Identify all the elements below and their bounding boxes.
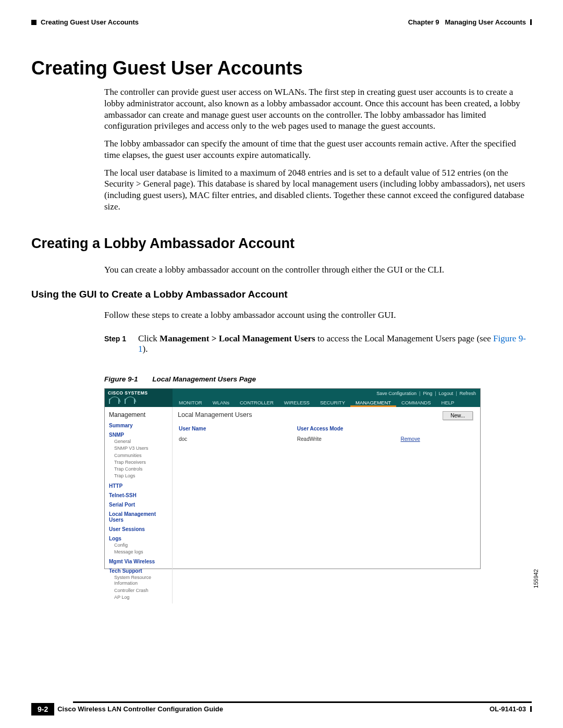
menu-wireless[interactable]: WIRELESS: [279, 398, 315, 407]
page-footer: 9-2 Cisco Wireless LAN Controller Config…: [31, 701, 532, 715]
sidebar-sub-trap-receivers[interactable]: Trap Receivers: [114, 460, 169, 465]
sidebar-sub-aplog[interactable]: AP Log: [114, 595, 169, 600]
sidebar-sub-crash[interactable]: Controller Crash: [114, 588, 169, 594]
gui-intro-paragraph: Follow these steps to create a lobby amb…: [104, 310, 532, 321]
bridge-icon: [108, 397, 120, 404]
th-access-mode: User Access Mode: [297, 424, 400, 434]
top-link-refresh[interactable]: Refresh: [459, 391, 476, 396]
sidebar-item-summary[interactable]: Summary: [109, 423, 169, 428]
header-chapter: Chapter 9: [408, 18, 439, 26]
bridge-icon: [124, 397, 136, 404]
page-number: 9-2: [31, 703, 54, 715]
step-1-body: Click Management > Local Management User…: [138, 334, 532, 354]
menu-commands[interactable]: COMMANDS: [396, 398, 436, 407]
figure-ref-id: 155942: [533, 569, 539, 588]
sidebar-sub-config[interactable]: Config: [114, 542, 169, 548]
sidebar-item-mgmt-wireless[interactable]: Mgmt Via Wireless: [109, 559, 169, 564]
sidebar-item-user-sessions[interactable]: User Sessions: [109, 526, 169, 532]
intro-paragraph-3: The local user database is limited to a …: [104, 167, 532, 213]
sidebar-sub-snmpv3[interactable]: SNMP V3 Users: [114, 446, 169, 451]
menu-wlans[interactable]: WLANs: [207, 398, 235, 407]
top-link-ping[interactable]: Ping: [423, 391, 432, 396]
running-header: Creating Guest User Accounts Chapter 9 M…: [31, 18, 532, 26]
sidebar-item-logs[interactable]: Logs: [109, 536, 169, 541]
th-action: [400, 424, 474, 434]
intro-paragraph-1: The controller can provide guest user ac…: [104, 87, 532, 132]
figure-caption: Figure 9-1 Local Management Users Page: [104, 375, 532, 383]
menu-management[interactable]: MANAGEMENT: [350, 398, 396, 407]
screenshot-local-mgmt-users: CISCO SYSTEMS Save Configuration | Ping …: [104, 388, 481, 569]
intro-paragraph-2: The lobby ambassador can specify the amo…: [104, 138, 532, 161]
lobby-paragraph: You can create a lobby ambassador accoun…: [104, 264, 532, 276]
menu-controller[interactable]: CONTROLLER: [235, 398, 279, 407]
sidebar-sub-msglogs[interactable]: Message logs: [114, 549, 169, 555]
footer-end-bar-icon: [530, 706, 532, 712]
table-row: doc ReadWrite Remove: [179, 435, 474, 443]
menu-help[interactable]: HELP: [436, 398, 460, 407]
sidebar-title: Management: [109, 411, 169, 418]
subsection-heading-gui: Using the GUI to Create a Lobby Ambassad…: [31, 289, 532, 300]
remove-link[interactable]: Remove: [400, 436, 420, 442]
sidebar-sub-general[interactable]: General: [114, 439, 169, 445]
header-end-bar-icon: [530, 19, 532, 25]
sidebar-item-telnet[interactable]: Telnet-SSH: [109, 492, 169, 498]
th-username: User Name: [179, 424, 296, 434]
sidebar-item-snmp[interactable]: SNMP: [109, 432, 169, 438]
sidebar-sub-communities[interactable]: Communities: [114, 453, 169, 459]
sidebar-sub-sysres[interactable]: System Resource Information: [114, 575, 169, 587]
sidebar-item-local-mgmt[interactable]: Local Management Users: [109, 511, 169, 523]
users-table: User Name User Access Mode doc ReadWrite…: [178, 423, 475, 445]
top-link-logout[interactable]: Logout: [439, 391, 454, 396]
footer-doc-id: OL-9141-03: [489, 705, 526, 713]
header-section-title: Creating Guest User Accounts: [41, 18, 139, 26]
step-1-label: Step 1: [104, 334, 138, 354]
sidebar: Management Summary SNMP General SNMP V3 …: [105, 407, 173, 603]
cell-access-mode: ReadWrite: [297, 435, 400, 443]
cisco-logo: CISCO SYSTEMS: [105, 389, 173, 407]
step-1-menu-path: Management > Local Management Users: [160, 334, 315, 343]
header-chapter-title: Managing User Accounts: [445, 18, 526, 26]
footer-book-title: Cisco Wireless LAN Controller Configurat…: [57, 703, 489, 713]
new-button[interactable]: New...: [443, 411, 473, 420]
sidebar-item-http[interactable]: HTTP: [109, 483, 169, 489]
step-1: Step 1 Click Management > Local Manageme…: [104, 334, 532, 354]
sidebar-item-tech-support[interactable]: Tech Support: [109, 568, 169, 574]
menu-monitor[interactable]: MONITOR: [174, 398, 207, 407]
top-link-save[interactable]: Save Configuration: [376, 391, 417, 396]
menu-security[interactable]: SECURITY: [315, 398, 350, 407]
header-square-icon: [31, 20, 36, 25]
main-panel-title: Local Management Users: [178, 411, 475, 418]
sidebar-sub-trap-logs[interactable]: Trap Logs: [114, 473, 169, 479]
section-heading-lobby: Creating a Lobby Ambassador Account: [31, 236, 532, 252]
figure-label: Figure 9-1: [104, 375, 138, 383]
sidebar-item-serial[interactable]: Serial Port: [109, 502, 169, 508]
sidebar-sub-trap-controls[interactable]: Trap Controls: [114, 466, 169, 472]
cell-username: doc: [179, 435, 296, 443]
figure-title: Local Management Users Page: [152, 375, 256, 383]
page-title: Creating Guest User Accounts: [31, 57, 532, 79]
